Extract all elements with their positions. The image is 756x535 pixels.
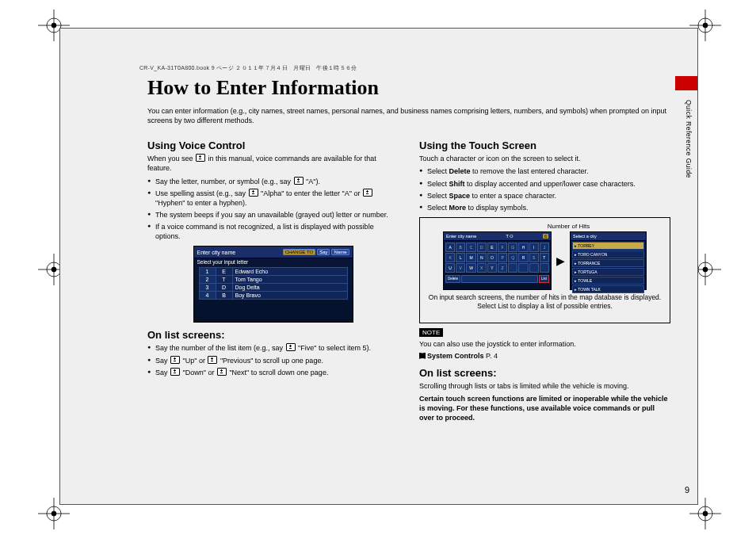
touch-bullet-list: Select Delete to remove the last entered… [419, 166, 670, 212]
kbd-list: List [539, 275, 549, 283]
bullet-item: Select Shift to display accented and upp… [419, 179, 670, 189]
table-cell: 1 [199, 268, 216, 276]
list-intro-right: Scrolling through lists or tabs is limit… [419, 381, 670, 391]
keyboard-key: U [445, 263, 455, 273]
keyboard-key [529, 263, 539, 273]
keyboard-key [518, 263, 528, 273]
right-column: Using the Touch Screen Touch a character… [419, 135, 670, 426]
bullet-item: Select More to display symbols. [419, 203, 670, 212]
table-row: 1EEdward Echo [199, 268, 347, 276]
bullet-item: Say the number of the list item (e.g., s… [147, 343, 399, 353]
section-tab [675, 76, 697, 90]
keyboard-key: B [456, 243, 465, 252]
keyboard-key: G [508, 243, 517, 252]
keyboard-key: T [540, 253, 549, 262]
keyboard-key: M [466, 253, 475, 262]
voice-icon [208, 356, 217, 364]
voice-icon [249, 189, 258, 197]
keyboard-key: N [477, 253, 487, 262]
keyboard-key: P [498, 253, 507, 262]
left-column: Using Voice Control When you see in this… [147, 135, 399, 426]
text-fragment: On input search screens, the number of h… [429, 293, 661, 310]
voice-icon [217, 368, 227, 376]
keyboard-key: W [466, 263, 475, 273]
side-label: Quick Reference Guide [685, 100, 693, 178]
keyboard-key: K [445, 253, 455, 262]
svg-point-3 [52, 23, 56, 28]
heading-list-screens-right: On list screens: [419, 367, 670, 379]
ss-title: Enter city name [446, 234, 476, 239]
list-item: ▸ TORTUGA [572, 268, 644, 276]
content-area: How to Enter Information You can enter i… [147, 76, 670, 426]
svg-point-15 [703, 511, 708, 516]
ss-subtitle: Select your input letter [194, 258, 353, 266]
ref-page: P. 4 [486, 352, 498, 360]
table-cell: 2 [199, 276, 216, 284]
voice-bullet-list: Say the letter, number, or symbol (e.g.,… [147, 177, 399, 242]
print-header: CR-V_KA-31T0A800.book 9 ページ ２０１１年７月４日 月曜… [139, 64, 357, 72]
keyboard-key: D [477, 243, 487, 252]
kbd-space [461, 275, 538, 283]
screenshot-city-list: Select a city ▸ TORREY▸ TORO CANYON▸ TOR… [570, 231, 647, 290]
page-frame: CR-V_KA-31T0A800.book 9 ページ ２０１１年７月４日 月曜… [59, 28, 698, 505]
keyboard-key: Y [487, 263, 497, 273]
keyboard-key: O [487, 253, 497, 262]
keyboard-key: R [518, 253, 528, 262]
table-row: 3DDog Delta [199, 284, 347, 292]
voice-icon [170, 356, 180, 364]
screenshot-box: Number of Hits Enter city name T O 6 ABC… [419, 217, 670, 323]
bold-term: Delete [449, 167, 471, 175]
ss-title: Select a city [573, 234, 597, 239]
list-item: ▸ TORO CANYON [572, 250, 644, 258]
ss-entry: T O [506, 234, 514, 239]
table-cell: D [216, 284, 232, 292]
touch-intro: Touch a character or icon on the screen … [419, 154, 670, 163]
bullet-item: Select Space to enter a space character. [419, 191, 670, 201]
bullet-item: If a voice command is not recognized, a … [147, 222, 399, 241]
svg-point-22 [698, 262, 712, 277]
svg-point-14 [698, 506, 712, 521]
voice-icon [196, 154, 205, 162]
table-cell: T [216, 276, 232, 284]
hits-label: Number of Hits [449, 223, 689, 230]
keyboard-key: I [529, 243, 539, 252]
table-cell: 3 [199, 284, 216, 292]
voice-icon [363, 189, 372, 197]
keyboard-key: H [518, 243, 528, 252]
list-item: ▸ TOWLE [572, 277, 644, 285]
cross-reference: System Controls P. 4 [419, 352, 670, 360]
table-cell: 4 [199, 292, 216, 300]
page-number: 9 [685, 485, 689, 495]
keyboard-key: J [540, 243, 549, 252]
list-bullets-left: Say the number of the list item (e.g., s… [147, 343, 399, 376]
svg-point-10 [47, 506, 61, 521]
bullet-item: Select Delete to remove the last entered… [419, 166, 670, 176]
svg-point-11 [52, 511, 56, 516]
svg-point-19 [52, 267, 56, 272]
list-item: ▸ TOWN TALK [572, 285, 644, 293]
keyboard-grid: ABCDEFGHIJKLMNOPQRSTUVWXYZ [444, 241, 551, 274]
ss-button-name: Name [331, 249, 349, 255]
keyboard-key: A [445, 243, 455, 252]
table-row: 4BBoy Bravo [199, 292, 347, 300]
page-title: How to Enter Information [147, 76, 670, 100]
table-row: 2TTom Tango [199, 276, 347, 284]
ss-button-say: Say [317, 249, 330, 255]
bullet-item: Say the letter, number, or symbol (e.g.,… [147, 177, 399, 186]
bullet-item: The system beeps if you say an unavailab… [147, 210, 399, 220]
voice-intro: When you see in this manual, voice comma… [147, 154, 399, 173]
table-cell: Tom Tango [232, 276, 347, 284]
bold-term: Space [449, 192, 471, 200]
svg-point-6 [698, 18, 712, 32]
heading-voice-control: Using Voice Control [147, 139, 399, 151]
keyboard-key: C [466, 243, 475, 252]
table-cell: Dog Delta [232, 284, 347, 292]
keyboard-key: L [456, 253, 465, 262]
keyboard-key: F [498, 243, 507, 252]
note-tag: NOTE [419, 328, 443, 337]
keyboard-key: S [529, 253, 539, 262]
bullet-item: Say "Up" or "Previous" to scroll up one … [147, 356, 399, 365]
keyboard-key [540, 263, 549, 273]
svg-point-23 [703, 267, 708, 272]
keyboard-key: Z [498, 263, 507, 273]
